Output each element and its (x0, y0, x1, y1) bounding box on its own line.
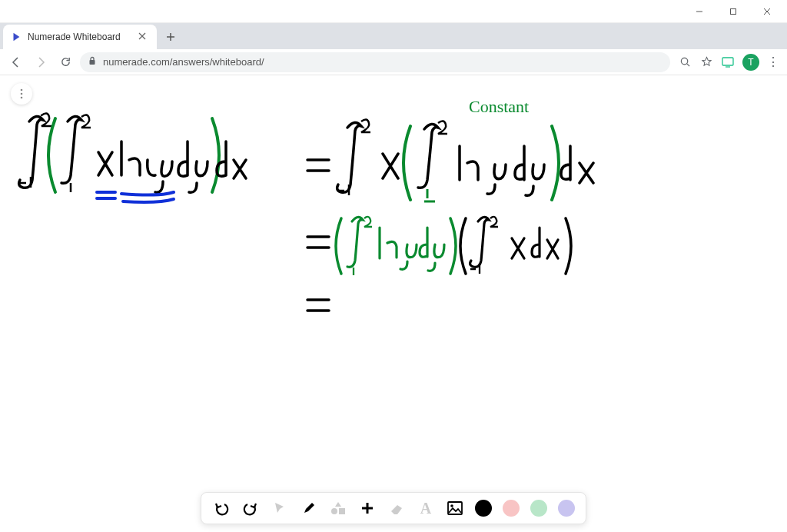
undo-button[interactable] (212, 499, 231, 517)
handwriting-line3 (307, 300, 329, 311)
browser-tab-active[interactable]: Numerade Whiteboard (3, 25, 157, 49)
text-tool[interactable]: A (417, 499, 435, 517)
tab-favicon-icon (11, 32, 22, 42)
eraser-tool[interactable] (387, 499, 406, 517)
shapes-tool[interactable] (329, 499, 347, 517)
svg-line-11 (686, 64, 689, 66)
star-icon[interactable] (699, 55, 713, 69)
color-swatch-purple[interactable] (558, 500, 575, 517)
browser-tabstrip: Numerade Whiteboard (0, 23, 787, 49)
browser-address-bar: numerade.com/answers/whiteboard/ T ⋮ (0, 49, 787, 75)
omnibox-url: numerade.com/answers/whiteboard/ (103, 56, 264, 68)
color-swatch-green[interactable] (530, 500, 547, 517)
whiteboard-toolbar: A (201, 492, 586, 524)
avatar-letter: T (748, 57, 753, 68)
svg-rect-18 (339, 508, 345, 514)
svg-point-17 (331, 508, 337, 514)
zoom-icon[interactable] (678, 55, 692, 69)
color-swatch-black[interactable] (475, 500, 492, 517)
profile-avatar[interactable]: T (742, 54, 759, 71)
handwriting-annotation-constant: Constant (469, 97, 529, 116)
nav-forward-button[interactable] (31, 52, 51, 72)
window-maximize-button[interactable] (716, 1, 750, 22)
svg-rect-12 (722, 58, 733, 65)
image-tool[interactable] (446, 499, 464, 517)
svg-point-23 (450, 504, 453, 507)
lock-icon (88, 56, 97, 68)
svg-rect-22 (448, 502, 462, 514)
pen-tool[interactable] (300, 499, 318, 517)
whiteboard-canvas[interactable]: Constant (0, 75, 787, 506)
handwriting-line1-left (19, 113, 246, 202)
window-titlebar (0, 0, 787, 23)
window-minimize-button[interactable] (682, 1, 716, 22)
redo-button[interactable] (241, 499, 260, 517)
tab-title: Numerade Whiteboard (28, 32, 132, 42)
whiteboard-content: Constant (0, 75, 787, 506)
nav-back-button[interactable] (6, 52, 26, 72)
handwriting-line2 (307, 217, 571, 275)
tab-close-icon[interactable] (138, 32, 149, 42)
new-tab-button[interactable] (160, 26, 181, 48)
omnibox[interactable]: numerade.com/answers/whiteboard/ (80, 52, 670, 72)
handwriting-line1-right (307, 119, 593, 201)
cast-icon[interactable] (721, 55, 735, 69)
svg-marker-19 (335, 502, 341, 507)
svg-rect-1 (731, 8, 736, 14)
svg-point-10 (681, 58, 687, 64)
chrome-menu-button[interactable]: ⋮ (767, 55, 778, 69)
nav-reload-button[interactable] (55, 52, 75, 72)
pointer-tool[interactable] (271, 499, 289, 517)
add-tool[interactable] (358, 499, 377, 517)
color-swatch-red[interactable] (503, 500, 520, 517)
svg-rect-9 (90, 60, 95, 65)
svg-marker-4 (14, 33, 20, 42)
window-close-button[interactable] (750, 1, 784, 22)
